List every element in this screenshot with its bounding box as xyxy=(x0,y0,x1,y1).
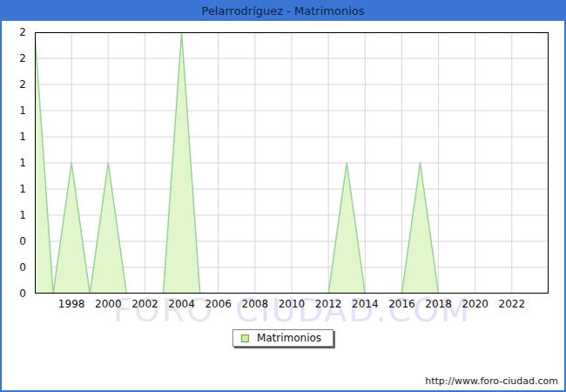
x-tick-label: 2008 xyxy=(236,298,274,310)
y-axis-labels: 22211111000 xyxy=(2,32,30,294)
y-tick-label: 1 xyxy=(2,209,26,221)
y-tick-label: 2 xyxy=(2,26,26,38)
legend-label: Matrimonios xyxy=(257,333,321,343)
legend-swatch-icon xyxy=(241,335,249,342)
x-tick-label: 2016 xyxy=(382,298,421,310)
y-tick-label: 1 xyxy=(2,183,26,195)
x-tick-label: 1998 xyxy=(52,298,91,310)
chart-window: Pelarrodríguez - Matrimonios 22211111000… xyxy=(0,0,566,392)
x-tick-label: 2022 xyxy=(493,298,531,310)
y-tick-label: 0 xyxy=(2,235,26,247)
legend-box: Matrimonios xyxy=(232,329,334,347)
y-tick-label: 2 xyxy=(2,52,26,64)
chart-title-bar: Pelarrodríguez - Matrimonios xyxy=(2,2,564,21)
x-axis-labels: 1998200020022004200620082010201220142016… xyxy=(35,298,549,312)
area-chart-canvas xyxy=(35,32,549,294)
y-tick-label: 1 xyxy=(2,105,26,117)
x-tick-label: 2018 xyxy=(420,298,458,310)
y-tick-label: 1 xyxy=(2,131,26,143)
y-tick-label: 2 xyxy=(2,78,26,91)
x-tick-label: 2010 xyxy=(273,298,311,310)
x-tick-label: 2004 xyxy=(163,298,201,310)
x-tick-label: 2000 xyxy=(89,298,127,310)
plot-area xyxy=(35,32,549,294)
x-tick-label: 2014 xyxy=(346,298,384,310)
x-tick-label: 2012 xyxy=(309,298,347,310)
y-tick-label: 0 xyxy=(2,287,26,300)
y-tick-label: 1 xyxy=(2,157,26,169)
chart-title: Pelarrodríguez - Matrimonios xyxy=(202,4,365,17)
y-tick-label: 0 xyxy=(2,261,26,274)
x-tick-label: 2006 xyxy=(199,298,238,310)
footer-url: http://www.foro-ciudad.com xyxy=(425,375,558,387)
x-tick-label: 2002 xyxy=(125,298,164,310)
x-tick-label: 2020 xyxy=(456,298,495,310)
